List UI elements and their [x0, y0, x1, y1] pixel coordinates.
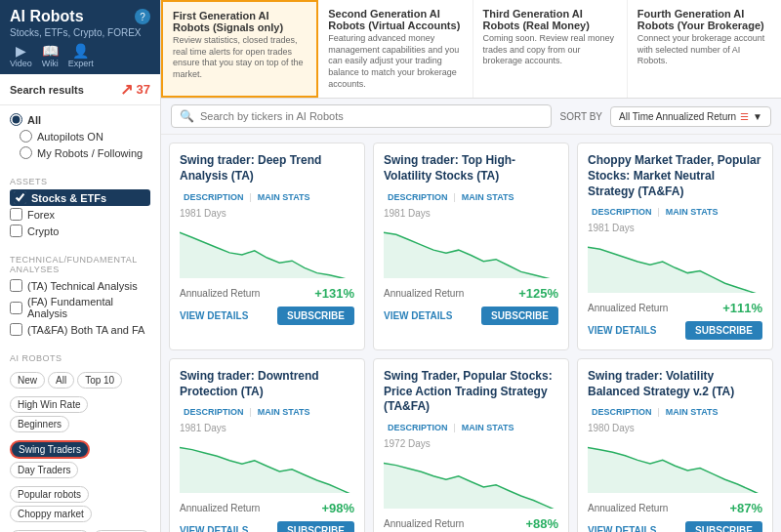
card-actions-4: VIEW DETAILS SUBSCRIBE: [180, 521, 354, 532]
search-icon: 🔍: [180, 109, 194, 123]
card-tab-mainstats-6[interactable]: MAIN STATS: [662, 405, 722, 419]
annualized-row-4: Annualized Return +98%: [180, 501, 354, 515]
svg-marker-0: [180, 232, 354, 278]
tag-new[interactable]: New: [10, 372, 45, 389]
sidebar-expert-btn[interactable]: 👤 Expert: [68, 43, 94, 68]
search-box[interactable]: 🔍: [171, 104, 552, 128]
tag-high-win-rate[interactable]: High Win Rate: [10, 396, 88, 413]
view-details-btn-1[interactable]: VIEW DETAILS: [180, 310, 248, 321]
robot-card-4: Swing trader: Downtrend Protection (TA) …: [169, 358, 365, 532]
card-tab-mainstats-2[interactable]: MAIN STATS: [458, 190, 518, 204]
tag-beginners[interactable]: Beginners: [10, 416, 69, 432]
tag-choppy-market[interactable]: Choppy market: [10, 506, 92, 522]
search-sort-bar: 🔍 SORT BY All Time Annualized Return ☰ ▼: [161, 99, 781, 135]
card-actions-1: VIEW DETAILS SUBSCRIBE: [180, 307, 354, 325]
card-actions-6: VIEW DETAILS SUBSCRIBE: [588, 521, 762, 532]
svg-marker-3: [180, 448, 354, 494]
card-days-3: 1981 Days: [588, 223, 762, 233]
view-details-btn-3[interactable]: VIEW DETAILS: [588, 325, 656, 336]
view-details-btn-4[interactable]: VIEW DETAILS: [180, 525, 248, 532]
annualized-label-6: Annualized Return: [588, 503, 668, 513]
card-tab-description-1[interactable]: DESCRIPTION: [180, 190, 248, 204]
tag-all[interactable]: All: [48, 372, 74, 389]
view-details-btn-2[interactable]: VIEW DETAILS: [384, 310, 452, 321]
tag-top10[interactable]: Top 10: [77, 372, 122, 389]
tech-label: TECHNICAL/FUNDAMENTAL ANALYSES: [10, 255, 150, 274]
annualized-value-3: +111%: [722, 301, 762, 315]
filter-all-radio[interactable]: All: [10, 111, 150, 128]
gen-desc-2: Featuring advanced money management capa…: [328, 33, 462, 90]
card-tab-description-6[interactable]: DESCRIPTION: [588, 405, 656, 419]
sidebar-wiki-btn[interactable]: 📖 Wiki: [42, 43, 59, 68]
sidebar-video-btn[interactable]: ▶ Video: [10, 43, 32, 68]
card-actions-3: VIEW DETAILS SUBSCRIBE: [588, 321, 762, 340]
sidebar-icon-group: ▶ Video 📖 Wiki 👤 Expert: [10, 43, 150, 68]
gen-item-2[interactable]: Second Generation AI Robots (Virtual Acc…: [318, 0, 473, 98]
sort-filter-icon: ☰: [740, 111, 749, 122]
subscribe-btn-4[interactable]: SUBSCRIBE: [277, 521, 354, 532]
card-tab-description-2[interactable]: DESCRIPTION: [384, 190, 452, 204]
gen-title-1: First Generation AI Robots (Signals only…: [173, 10, 307, 33]
assets-section: ASSETS Stocks & ETFs Forex Crypto: [0, 167, 160, 245]
card-tab-mainstats-3[interactable]: MAIN STATS: [662, 205, 722, 219]
subscribe-btn-6[interactable]: SUBSCRIBE: [685, 521, 762, 532]
filter-tafa[interactable]: (TA&FA) Both TA and FA: [10, 321, 150, 338]
annualized-value-4: +98%: [321, 501, 354, 515]
filter-stocks-etfs[interactable]: Stocks & ETFs: [10, 189, 150, 206]
main-content: First Generation AI Robots (Signals only…: [161, 0, 781, 532]
gen-item-3[interactable]: Third Generation AI Robots (Real Money) …: [473, 0, 628, 98]
dropdown-chevron-icon: ▼: [753, 111, 762, 122]
filter-autopilots-radio[interactable]: Autopilots ON: [10, 128, 150, 144]
tag-group-1: New All Top 10: [0, 368, 160, 392]
help-icon[interactable]: ?: [135, 9, 150, 24]
gen-item-1[interactable]: First Generation AI Robots (Signals only…: [161, 0, 318, 98]
search-results-count: 37: [137, 82, 150, 97]
filter-fa[interactable]: (FA) Fundamental Analysis: [10, 294, 150, 321]
card-days-2: 1981 Days: [384, 208, 558, 219]
card-tabs-6: DESCRIPTION | MAIN STATS: [588, 405, 762, 419]
filter-crypto[interactable]: Crypto: [10, 223, 150, 239]
card-tab-mainstats-4[interactable]: MAIN STATS: [254, 405, 314, 419]
tag-day-traders[interactable]: Day Traders: [10, 462, 78, 478]
filter-radio-section: All Autopilots ON My Robots / Following: [0, 105, 160, 167]
card-tab-mainstats-1[interactable]: MAIN STATS: [254, 190, 314, 204]
tag-swing-traders[interactable]: Swing Traders: [10, 440, 90, 459]
filter-ta[interactable]: (TA) Technical Analysis: [10, 277, 150, 294]
subscribe-btn-2[interactable]: SUBSCRIBE: [481, 307, 558, 325]
filter-following-radio[interactable]: My Robots / Following: [10, 144, 150, 161]
card-tab-description-3[interactable]: DESCRIPTION: [588, 205, 656, 219]
expert-icon: 👤: [72, 43, 89, 59]
gen-item-4[interactable]: Fourth Generation AI Robots (Your Broker…: [628, 0, 781, 98]
mini-chart-2: [384, 225, 558, 278]
tech-section: TECHNICAL/FUNDAMENTAL ANALYSES (TA) Tech…: [0, 245, 160, 344]
annualized-label-3: Annualized Return: [588, 303, 668, 313]
generation-bar: First Generation AI Robots (Signals only…: [161, 0, 781, 99]
sidebar-title: AI Robots: [10, 8, 84, 25]
robot-card-1: Swing trader: Deep Trend Analysis (TA) D…: [169, 143, 365, 350]
card-days-6: 1980 Days: [588, 423, 762, 433]
gen-desc-1: Review statistics, closed trades, real t…: [173, 35, 307, 81]
gen-desc-4: Connect your brokerage account with sele…: [637, 33, 771, 67]
card-tab-mainstats-5[interactable]: MAIN STATS: [458, 421, 518, 434]
card-tab-description-5[interactable]: DESCRIPTION: [384, 421, 452, 434]
sidebar-header: AI Robots ? Stocks, ETFs, Crypto, FOREX …: [0, 0, 160, 74]
subscribe-btn-1[interactable]: SUBSCRIBE: [277, 307, 354, 325]
card-tab-description-4[interactable]: DESCRIPTION: [180, 405, 248, 419]
view-details-btn-6[interactable]: VIEW DETAILS: [588, 525, 656, 532]
robot-title-1: Swing trader: Deep Trend Analysis (TA): [180, 153, 354, 184]
filter-forex[interactable]: Forex: [10, 206, 150, 223]
card-actions-2: VIEW DETAILS SUBSCRIBE: [384, 307, 558, 325]
card-tabs-5: DESCRIPTION | MAIN STATS: [384, 421, 558, 434]
subscribe-btn-3[interactable]: SUBSCRIBE: [685, 321, 762, 340]
search-results-label: Search results: [10, 84, 84, 96]
annualized-row-2: Annualized Return +125%: [384, 286, 558, 301]
annualized-row-6: Annualized Return +87%: [588, 501, 762, 515]
mini-chart-5: [384, 455, 558, 509]
search-input[interactable]: [200, 110, 543, 122]
sort-dropdown[interactable]: All Time Annualized Return ☰ ▼: [610, 106, 771, 127]
assets-label: ASSETS: [10, 177, 150, 186]
gen-title-4: Fourth Generation AI Robots (Your Broker…: [637, 8, 771, 31]
gen-title-3: Third Generation AI Robots (Real Money): [483, 8, 617, 31]
sidebar: AI Robots ? Stocks, ETFs, Crypto, FOREX …: [0, 0, 161, 532]
tag-popular-robots[interactable]: Popular robots: [10, 486, 89, 503]
